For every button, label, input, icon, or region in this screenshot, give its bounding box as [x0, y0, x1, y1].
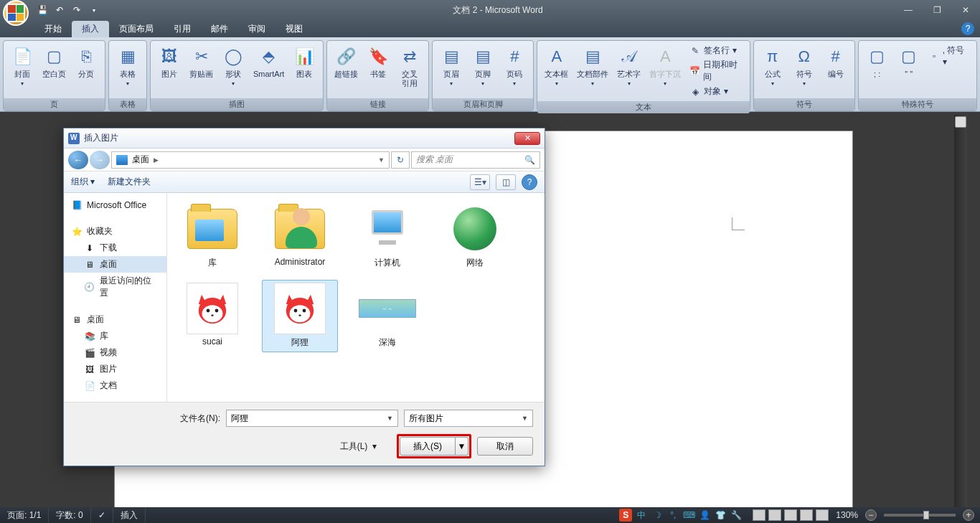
ribbon-交叉引用[interactable]: ⇄交叉 引用: [395, 44, 424, 90]
cancel-button[interactable]: 取消: [477, 437, 533, 456]
ribbon-文本框[interactable]: A文本框▾: [542, 44, 571, 88]
ribbon-" "[interactable]: ▢" ": [895, 44, 923, 80]
sidebar-item-库[interactable]: 📚库: [64, 328, 166, 344]
ime-s-icon[interactable]: S: [619, 509, 632, 522]
tab-review[interactable]: 审阅: [238, 21, 275, 37]
status-words[interactable]: 字数: 0: [49, 507, 90, 523]
ribbon-分页[interactable]: ⎘分页: [72, 44, 100, 80]
file-item-计算机[interactable]: 计算机: [349, 200, 425, 273]
scroll-up-icon[interactable]: [955, 116, 966, 128]
ribbon-small-对象[interactable]: ◈对象 ▾: [687, 85, 745, 98]
ribbon-形状[interactable]: ◯形状▾: [219, 44, 248, 88]
tab-references[interactable]: 引用: [164, 21, 201, 37]
tab-home[interactable]: 开始: [34, 21, 72, 37]
ribbon-small-签名行[interactable]: ✎签名行 ▾: [687, 44, 745, 57]
zoom-thumb[interactable]: [923, 511, 929, 519]
sidebar-item-桌面[interactable]: 🖥桌面: [64, 311, 166, 328]
search-input[interactable]: 搜索 桌面 🔍: [411, 151, 540, 169]
refresh-button[interactable]: ↻: [391, 151, 410, 169]
file-item-库[interactable]: 库: [174, 200, 250, 273]
file-item-网络[interactable]: 网络: [437, 200, 513, 273]
status-page[interactable]: 页面: 1/1: [0, 507, 49, 523]
status-mode[interactable]: 插入: [113, 507, 146, 523]
ime-keyboard-icon[interactable]: ⌨: [682, 509, 695, 522]
chevron-down-icon[interactable]: ▼: [387, 415, 393, 422]
minimize-button[interactable]: —: [894, 3, 923, 17]
ribbon-表格[interactable]: ▦表格▾: [113, 44, 142, 88]
zoom-in-button[interactable]: +: [963, 509, 974, 521]
zoom-value[interactable]: 130%: [836, 510, 858, 520]
file-list[interactable]: 库Administrator计算机网络sucai阿狸～～深海: [167, 193, 545, 402]
ime-user-icon[interactable]: 👤: [698, 509, 711, 522]
ribbon-编号[interactable]: #编号: [821, 44, 850, 80]
maximize-button[interactable]: ❐: [923, 3, 951, 17]
breadcrumb[interactable]: 桌面 ▶ ▼: [111, 151, 390, 169]
filename-input[interactable]: 阿狸 ▼: [226, 410, 398, 427]
ribbon-; :[interactable]: ▢; :: [863, 44, 892, 80]
view-print-layout[interactable]: [753, 509, 765, 521]
vertical-scrollbar[interactable]: [954, 115, 967, 507]
insert-dropdown-button[interactable]: ▼: [456, 437, 468, 456]
tab-page-layout[interactable]: 页面布局: [109, 21, 164, 37]
save-icon[interactable]: 💾: [34, 2, 50, 18]
sidebar-item-下载[interactable]: ⬇下载: [64, 240, 166, 256]
dialog-titlebar[interactable]: 插入图片 ✕: [64, 128, 545, 149]
tab-mail[interactable]: 邮件: [201, 21, 238, 37]
ribbon-艺术字[interactable]: 𝒜艺术字▾: [614, 44, 644, 88]
chevron-down-icon[interactable]: ▼: [522, 415, 528, 422]
file-item-sucai[interactable]: sucai: [174, 280, 250, 352]
organize-menu[interactable]: 组织 ▾: [71, 176, 95, 188]
undo-icon[interactable]: ↶: [52, 2, 67, 18]
ime-punct-icon[interactable]: °,: [666, 509, 679, 522]
status-spellcheck-icon[interactable]: ✓: [91, 507, 113, 523]
view-full-screen[interactable]: [768, 509, 781, 521]
new-folder-button[interactable]: 新建文件夹: [108, 176, 151, 188]
ime-shirt-icon[interactable]: 👕: [714, 509, 727, 522]
sidebar-item-桌面[interactable]: 🖥桌面: [64, 256, 166, 273]
sidebar-item-视频[interactable]: 🎬视频: [64, 344, 166, 361]
view-draft[interactable]: [816, 509, 829, 521]
ribbon-公式[interactable]: π公式▾: [758, 44, 787, 88]
ribbon-首字下沉[interactable]: A首字下沉▾: [646, 44, 684, 88]
ribbon-超链接[interactable]: 🔗超链接: [331, 44, 361, 80]
ribbon-剪贴画[interactable]: ✂剪贴画: [187, 44, 216, 80]
sidebar-item-Microsoft Office[interactable]: 📘Microsoft Office: [64, 197, 166, 213]
zoom-slider[interactable]: [884, 514, 956, 517]
tab-view[interactable]: 视图: [275, 21, 313, 37]
insert-button[interactable]: 插入(S): [400, 437, 456, 456]
sidebar-item-最近访问的位置[interactable]: 🕘最近访问的位置: [64, 273, 166, 301]
file-item-深海[interactable]: ～～深海: [349, 280, 425, 352]
file-item-阿狸[interactable]: 阿狸: [262, 280, 338, 352]
dialog-close-button[interactable]: ✕: [514, 132, 540, 145]
chevron-down-icon[interactable]: ▼: [378, 156, 385, 164]
ribbon-图表[interactable]: 📊图表: [290, 44, 319, 80]
qat-customize-icon[interactable]: ▾: [86, 2, 102, 18]
tools-menu[interactable]: 工具(L) ▾: [340, 440, 377, 453]
preview-pane-button[interactable]: ◫: [496, 174, 516, 190]
view-outline[interactable]: [800, 509, 813, 521]
view-options-button[interactable]: ☰▾: [470, 174, 490, 190]
view-web-layout[interactable]: [784, 509, 797, 521]
ime-cn-icon[interactable]: 中: [635, 509, 648, 522]
help-icon[interactable]: ?: [961, 22, 974, 35]
nav-forward-button[interactable]: →: [90, 151, 110, 169]
sidebar-item-收藏夹[interactable]: ⭐收藏夹: [64, 223, 166, 240]
ime-moon-icon[interactable]: ☽: [651, 509, 664, 522]
tab-insert[interactable]: 插入: [72, 21, 109, 37]
ribbon-封面[interactable]: 📄封面▾: [8, 44, 37, 88]
file-filter-select[interactable]: 所有图片 ▼: [404, 410, 533, 427]
sidebar-item-文档[interactable]: 📄文档: [64, 377, 166, 394]
zoom-out-button[interactable]: −: [865, 509, 877, 521]
dialog-help-icon[interactable]: ?: [522, 174, 537, 190]
ribbon-页脚[interactable]: ▤页脚▾: [468, 44, 497, 88]
sidebar-item-图片[interactable]: 🖼图片: [64, 361, 166, 377]
ribbon-页码[interactable]: #页码▾: [500, 44, 529, 88]
ribbon-SmartArt[interactable]: ⬘SmartArt: [250, 44, 287, 80]
redo-icon[interactable]: ↷: [69, 2, 85, 18]
ribbon-空白页[interactable]: ▢空白页: [39, 44, 69, 80]
close-window-button[interactable]: ✕: [951, 3, 980, 17]
ribbon-符号[interactable]: Ω符号▾: [790, 44, 819, 88]
file-item-Administrator[interactable]: Administrator: [262, 200, 338, 273]
ribbon-书签[interactable]: 🔖书签: [364, 44, 392, 80]
ribbon-页眉[interactable]: ▤页眉▾: [437, 44, 466, 88]
